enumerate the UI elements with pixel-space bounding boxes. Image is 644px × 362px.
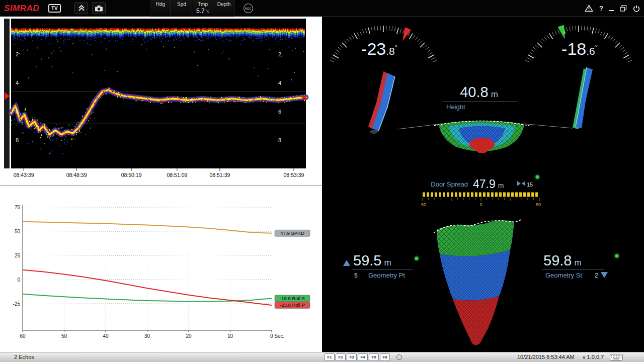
trend-y-tick: 25 [15, 253, 21, 258]
fkey-f2[interactable]: F2 [336, 353, 346, 361]
port-roll-value: -23.8° [361, 39, 397, 58]
height-label: Height [446, 103, 465, 111]
stbd-roll-value: -18.6° [561, 39, 598, 58]
trend-x-tick: 30 [144, 333, 150, 339]
height-number: 40.8 [460, 84, 488, 100]
window-restore-button[interactable] [620, 5, 627, 12]
tmp-field[interactable]: Tmp 5.7°c [192, 0, 213, 17]
tmp-unit: °c [206, 9, 209, 14]
depth-tick-right: 8 [278, 137, 281, 143]
stbd-warp-line [522, 124, 573, 128]
spread-marker-count: 15 [527, 182, 533, 188]
version: v 1.0.0.7 [583, 354, 604, 360]
rec-label: REC [245, 7, 252, 10]
rec-indicator[interactable]: REC [244, 4, 253, 13]
down-triangle-icon [601, 272, 608, 278]
degree-sign: ° [595, 43, 598, 51]
geometry-st-value: 59.8m [543, 252, 582, 268]
time-axis-label: 08:53:39 [284, 172, 304, 178]
height-unit: m [491, 89, 498, 99]
fkey-indicators: F1 F2 F3 F4 F5 F6 [325, 353, 390, 361]
port-roll-frac: .8 [386, 45, 395, 57]
tmp-label: Tmp [198, 2, 208, 8]
geometry-st-number: 59.8 [543, 252, 572, 268]
fkey-f3[interactable]: F3 [347, 353, 357, 361]
fkey-f5[interactable]: F5 [369, 353, 379, 361]
fkey-f1[interactable]: F1 [325, 353, 335, 361]
trend-x-tick: 10 [227, 333, 233, 339]
power-button[interactable] [633, 5, 640, 12]
alarm-icon[interactable] [585, 5, 593, 12]
series-tag-label: -23.8 Roll P [280, 302, 305, 308]
echo-count: 2 Echos [14, 354, 34, 360]
datetime: 10/21/2015 8:53:44 AM [517, 354, 575, 360]
trawl-visualization: -23.8° -18.6° 40.8m Height [322, 17, 644, 352]
depth-tick-left: 2 [16, 51, 19, 57]
spread-scale-label: 0 [479, 202, 482, 207]
trawl-net-graphic [434, 220, 521, 345]
trend-x-tick: 60 [20, 333, 26, 339]
trend-x-tick: 20 [186, 333, 192, 339]
geometry-st-label: Geometry St [545, 272, 582, 279]
fkey-f4[interactable]: F4 [358, 353, 368, 361]
spread-scale-label: 50 [421, 202, 426, 207]
trend-series-Roll-P [23, 270, 272, 305]
time-axis-label: 08:51:39 [209, 172, 230, 178]
trend-chart-panel: 7550250-256050403020100 Sec.47.9 SPRD-18… [0, 185, 322, 352]
trend-y-tick: -25 [13, 301, 21, 307]
stbd-roll-frac: .6 [586, 45, 595, 57]
echogram-panel: 2244668808:43:3908:48:3908:50:1908:51:09… [0, 17, 322, 185]
keyboard-icon[interactable] [610, 354, 623, 361]
double-chevron-up-icon [78, 5, 85, 12]
trend-y-tick: 50 [15, 229, 21, 234]
hdg-field[interactable]: Hdg [150, 0, 171, 17]
geometry-pt-unit: m [384, 258, 391, 267]
geometry-pt-count: 5 [354, 272, 358, 279]
time-axis-label: 08:43:39 [14, 172, 34, 178]
depth-tick-right: 4 [278, 80, 281, 86]
geometry-st-unit: m [574, 258, 581, 267]
trend-series-Roll-S [23, 294, 272, 302]
status-bar: 2 Echos F1 F2 F3 F4 F5 F6 10/21/2015 8:5… [0, 352, 644, 362]
trend-y-tick: 0 [17, 277, 20, 283]
collapse-button[interactable] [74, 2, 88, 14]
title-bar: SIMRAD TV Hdg Sp [0, 0, 644, 17]
door-spread-unit: m [498, 182, 504, 190]
trend-x-tick: 0 Sec. [270, 333, 284, 339]
stbd-door-graphic [573, 67, 593, 129]
spread-status-dot [534, 174, 540, 180]
series-tag-label: -18.6 Roll S [280, 296, 305, 301]
spd-field[interactable]: Spd [171, 0, 192, 17]
geometry-st-readout: 59.8m Geometry St 2 [542, 252, 620, 279]
power-icon [633, 5, 640, 12]
depth-tick-left: 8 [16, 137, 19, 143]
time-axis-label: 08:51:09 [167, 172, 187, 178]
trend-y-tick: 75 [15, 205, 21, 210]
trawl-panel: -23.8° -18.6° 40.8m Height [322, 17, 644, 352]
depth-label: Depth [217, 2, 231, 8]
trend-x-tick: 50 [61, 333, 67, 339]
geometry-pt-readout: 59.5m 5 Geometry Pt [343, 252, 420, 279]
depth-field[interactable]: Depth [213, 0, 234, 17]
time-axis-label: 08:50:19 [121, 172, 142, 178]
screenshot-button[interactable] [92, 2, 106, 14]
depth-tick-right: 6 [278, 109, 281, 115]
window-restore-icon [620, 5, 627, 12]
help-icon[interactable]: ? [599, 5, 603, 12]
simrad-tv80-app: SIMRAD TV Hdg Sp [0, 0, 644, 362]
tv-badge: TV [48, 4, 61, 13]
minimize-button[interactable] [609, 6, 614, 11]
warning-triangle-icon [585, 5, 593, 12]
depth-tick-right: 2 [278, 51, 281, 57]
trend-chart: 7550250-256050403020100 Sec.47.9 SPRD-18… [0, 186, 322, 352]
stbd-roll-int: -18 [561, 39, 586, 58]
depth-tick-left: 6 [16, 109, 19, 115]
door-spread-label: Door Spread [431, 180, 468, 188]
spread-scale-label: 50 [536, 202, 541, 207]
camera-icon [95, 5, 103, 12]
height-value: 40.8m [460, 84, 498, 100]
port-warp-line [397, 124, 442, 129]
record-status-icon [396, 354, 402, 360]
hdg-label: Hdg [156, 2, 165, 8]
fkey-f6[interactable]: F6 [380, 353, 390, 361]
